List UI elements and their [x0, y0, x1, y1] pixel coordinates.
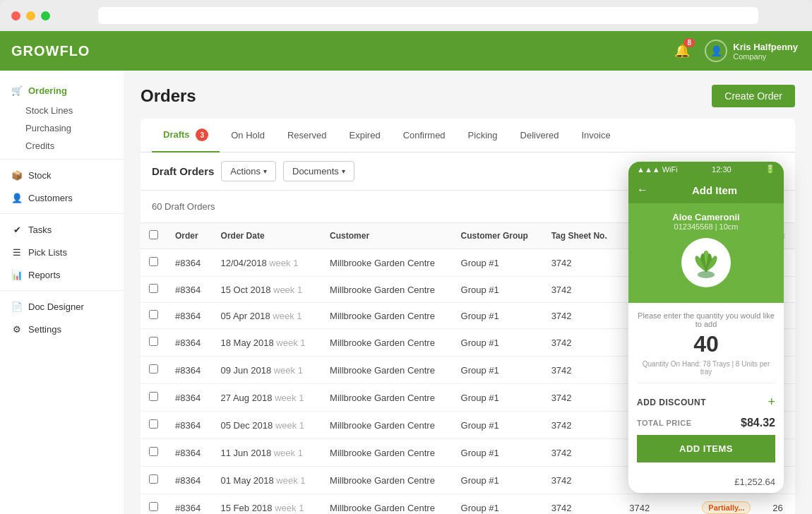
col-customer-group: Customer Group: [453, 223, 543, 249]
list-icon: ☰: [11, 246, 23, 258]
documents-button[interactable]: Documents ▾: [283, 161, 354, 181]
sidebar-item-stock-lines[interactable]: Stock Lines: [0, 102, 124, 119]
cell-order: #8364: [167, 412, 213, 439]
logo: GROWFLO: [11, 43, 90, 59]
cell-tag: 3742: [543, 277, 621, 303]
cell-customer: Millbrooke Garden Centre: [321, 249, 453, 277]
draft-orders-title: Draft Orders: [152, 165, 214, 177]
row-checkbox-cell: [141, 494, 167, 515]
tab-picking[interactable]: Picking: [457, 120, 509, 152]
gear-icon: ⚙: [11, 323, 23, 335]
add-discount-button[interactable]: +: [768, 395, 775, 410]
cell-order: #8364: [167, 439, 213, 467]
sidebar-item-stock[interactable]: 📦 Stock: [0, 164, 124, 186]
cell-tag: 3742: [543, 249, 621, 277]
cell-date: 27 Aug 2018 week 1: [213, 384, 322, 412]
cell-date: 05 Dec 2018 week 1: [213, 412, 322, 439]
row-checkbox[interactable]: [149, 392, 158, 401]
cell-tag: 3742: [543, 303, 621, 329]
quantity-display[interactable]: 40: [637, 331, 775, 357]
doc-icon: 📄: [11, 301, 23, 312]
row-checkbox[interactable]: [149, 284, 158, 293]
cell-date: 18 May 2018 week 1: [213, 329, 322, 357]
tab-confirmed[interactable]: Confirmed: [392, 120, 457, 152]
add-discount-label: ADD DISCOUNT: [637, 398, 706, 407]
sidebar-item-tasks[interactable]: ✔ Tasks: [0, 218, 124, 241]
row-checkbox-cell: [141, 303, 167, 329]
sidebar-item-reports[interactable]: 📊 Reports: [0, 263, 124, 286]
cell-group: Group #1: [453, 439, 543, 467]
row-checkbox-cell: [141, 357, 167, 384]
page-title: Orders: [141, 86, 196, 106]
row-checkbox-cell: [141, 439, 167, 467]
row-checkbox-cell: [141, 249, 167, 277]
cell-date: 05 Apr 2018 week 1: [213, 303, 322, 329]
cell-tag: 3742: [543, 494, 621, 515]
row-checkbox[interactable]: [149, 310, 158, 319]
mobile-divider: [637, 383, 775, 383]
signal-icons: ▲▲▲ WiFi: [637, 165, 678, 174]
chevron-down-icon-2: ▾: [342, 167, 345, 175]
cart-icon: 🛒: [11, 85, 23, 96]
row-checkbox[interactable]: [149, 337, 158, 346]
bar-chart-icon: 📊: [11, 269, 23, 280]
sidebar-item-pick-lists[interactable]: ☰ Pick Lists: [0, 241, 124, 263]
notification-badge: 8: [683, 38, 695, 47]
row-checkbox[interactable]: [149, 502, 158, 511]
minimize-button[interactable]: [26, 11, 35, 20]
sidebar-item-ordering[interactable]: 🛒 Ordering: [0, 79, 124, 102]
back-button[interactable]: ←: [637, 184, 648, 196]
row-checkbox[interactable]: [149, 474, 158, 484]
tab-reserved[interactable]: Reserved: [276, 120, 338, 152]
mobile-body: Please enter the quantity you would like…: [628, 303, 784, 471]
sidebar-item-customers[interactable]: 👤 Customers: [0, 186, 124, 209]
total-price-label: TOTAL PRICE: [637, 419, 692, 427]
cell-customer: Millbrooke Garden Centre: [321, 412, 453, 439]
close-button[interactable]: [11, 11, 20, 20]
cell-customer: Millbrooke Garden Centre: [321, 494, 453, 515]
plant-name: Aloe Cameronii: [637, 212, 775, 222]
mobile-title: Add Item: [654, 184, 775, 196]
row-checkbox[interactable]: [149, 364, 158, 373]
row-checkbox-cell: [141, 277, 167, 303]
cell-order: #8364: [167, 357, 213, 384]
cell-tag: 3742: [543, 357, 621, 384]
row-checkbox[interactable]: [149, 257, 158, 266]
sidebar-item-settings[interactable]: ⚙ Settings: [0, 318, 124, 340]
maximize-button[interactable]: [41, 11, 50, 20]
sidebar-item-credits[interactable]: Credits: [0, 137, 124, 155]
drafts-badge: 3: [196, 128, 208, 141]
qty-subinfo: Quantity On Hand: 78 Trays | 8 Units per…: [637, 360, 775, 376]
address-bar[interactable]: [98, 7, 758, 24]
tab-expired[interactable]: Expired: [338, 120, 392, 152]
cell-group: Group #1: [453, 249, 543, 277]
row-checkbox[interactable]: [149, 447, 158, 456]
cell-order: #8364: [167, 249, 213, 277]
cell-customer: Millbrooke Garden Centre: [321, 357, 453, 384]
tab-on-hold[interactable]: On Hold: [220, 120, 276, 152]
actions-button[interactable]: Actions ▾: [221, 161, 276, 181]
cell-tag: 3742: [543, 467, 621, 494]
add-items-button[interactable]: ADD ITEMS: [637, 435, 775, 462]
mobile-overlay: ▲▲▲ WiFi 12:30 🔋 ← Add Item Aloe Cameron…: [628, 162, 784, 493]
cell-customer: Millbrooke Garden Centre: [321, 277, 453, 303]
top-bar: 🔔 8 👤 Kris Halfpenny Company: [124, 31, 812, 71]
tab-invoice[interactable]: Invoice: [570, 120, 621, 152]
mobile-time: 12:30: [712, 165, 732, 174]
avatar: 👤: [705, 40, 727, 62]
tab-drafts[interactable]: Drafts 3: [152, 119, 220, 153]
tab-delivered[interactable]: Delivered: [509, 120, 571, 152]
create-order-button[interactable]: Create Order: [712, 85, 795, 107]
cell-date: 12/04/2018 week 1: [213, 249, 322, 277]
cell-tag: 3742: [543, 329, 621, 357]
notification-button[interactable]: 🔔 8: [671, 40, 693, 62]
row-checkbox[interactable]: [149, 419, 158, 429]
sidebar-item-doc-designer[interactable]: 📄 Doc Designer: [0, 295, 124, 318]
cell-group: Group #1: [453, 277, 543, 303]
battery-icon: 🔋: [765, 165, 775, 174]
sidebar-item-purchasing[interactable]: Purchasing: [0, 119, 124, 137]
user-menu[interactable]: 👤 Kris Halfpenny Company: [705, 40, 798, 62]
select-all-checkbox[interactable]: [149, 230, 158, 239]
user-company: Company: [733, 52, 798, 61]
tabs-bar: Drafts 3 On Hold Reserved Expired Confir…: [141, 119, 795, 153]
